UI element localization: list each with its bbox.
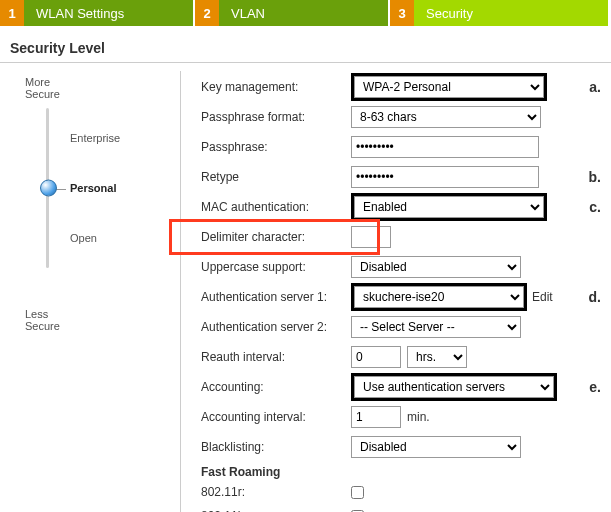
retype-label: Retype bbox=[201, 170, 351, 184]
reauth-interval-input[interactable] bbox=[351, 346, 401, 368]
callout-b: b. bbox=[589, 169, 601, 185]
reauth-interval-unit[interactable]: hrs. bbox=[407, 346, 467, 368]
tab-vlan[interactable]: 2 VLAN bbox=[195, 0, 390, 26]
mac-auth-label: MAC authentication: bbox=[201, 200, 351, 214]
accounting-interval-label: Accounting interval: bbox=[201, 410, 351, 424]
auth-server-2-select[interactable]: -- Select Server -- bbox=[351, 316, 521, 338]
callout-d: d. bbox=[589, 289, 601, 305]
key-management-select[interactable]: WPA-2 Personal bbox=[354, 76, 544, 98]
accounting-interval-unit: min. bbox=[407, 410, 430, 424]
auth-server-1-select[interactable]: skuchere-ise20 bbox=[354, 286, 524, 308]
uppercase-select[interactable]: Disabled bbox=[351, 256, 521, 278]
accounting-label: Accounting: bbox=[201, 380, 351, 394]
security-slider[interactable]: Enterprise Personal — Open bbox=[40, 108, 180, 308]
tab-number: 1 bbox=[0, 0, 24, 26]
mac-auth-select[interactable]: Enabled bbox=[354, 196, 544, 218]
passphrase-label: Passphrase: bbox=[201, 140, 351, 154]
tab-label: Security bbox=[414, 0, 608, 26]
delimiter-input[interactable] bbox=[351, 226, 391, 248]
tab-number: 2 bbox=[195, 0, 219, 26]
callout-a: a. bbox=[589, 79, 601, 95]
80211r-label: 802.11r: bbox=[201, 485, 351, 499]
reauth-interval-label: Reauth interval: bbox=[201, 350, 351, 364]
slider-thumb[interactable] bbox=[40, 180, 57, 197]
callout-c: c. bbox=[589, 199, 601, 215]
security-form: Key management: WPA-2 Personal a. Passph… bbox=[180, 71, 611, 512]
tab-number: 3 bbox=[390, 0, 414, 26]
level-enterprise[interactable]: Enterprise bbox=[70, 132, 120, 144]
callout-e: e. bbox=[589, 379, 601, 395]
blacklisting-label: Blacklisting: bbox=[201, 440, 351, 454]
passphrase-format-select[interactable]: 8-63 chars bbox=[351, 106, 541, 128]
accounting-interval-input[interactable] bbox=[351, 406, 401, 428]
auth-server-1-label: Authentication server 1: bbox=[201, 290, 351, 304]
passphrase-format-label: Passphrase format: bbox=[201, 110, 351, 124]
level-personal[interactable]: Personal bbox=[70, 182, 116, 194]
tab-security[interactable]: 3 Security bbox=[390, 0, 610, 26]
level-open[interactable]: Open bbox=[70, 232, 97, 244]
passphrase-input[interactable] bbox=[351, 136, 539, 158]
less-secure-label: Less Secure bbox=[10, 308, 180, 332]
blacklisting-select[interactable]: Disabled bbox=[351, 436, 521, 458]
tab-wlan-settings[interactable]: 1 WLAN Settings bbox=[0, 0, 195, 26]
security-level-panel: More Secure Enterprise Personal — Open L… bbox=[10, 71, 180, 512]
page-title: Security Level bbox=[0, 26, 611, 63]
more-secure-label: More Secure bbox=[10, 76, 180, 100]
retype-input[interactable] bbox=[351, 166, 539, 188]
accounting-select[interactable]: Use authentication servers bbox=[354, 376, 554, 398]
uppercase-label: Uppercase support: bbox=[201, 260, 351, 274]
wizard-tabs: 1 WLAN Settings 2 VLAN 3 Security bbox=[0, 0, 611, 26]
delimiter-label: Delimiter character: bbox=[201, 230, 351, 244]
key-management-label: Key management: bbox=[201, 80, 351, 94]
fast-roaming-heading: Fast Roaming bbox=[201, 465, 611, 479]
tab-label: WLAN Settings bbox=[24, 0, 193, 26]
auth-server-1-edit[interactable]: Edit bbox=[532, 290, 553, 304]
auth-server-2-label: Authentication server 2: bbox=[201, 320, 351, 334]
tab-label: VLAN bbox=[219, 0, 388, 26]
80211r-checkbox[interactable] bbox=[351, 486, 364, 499]
